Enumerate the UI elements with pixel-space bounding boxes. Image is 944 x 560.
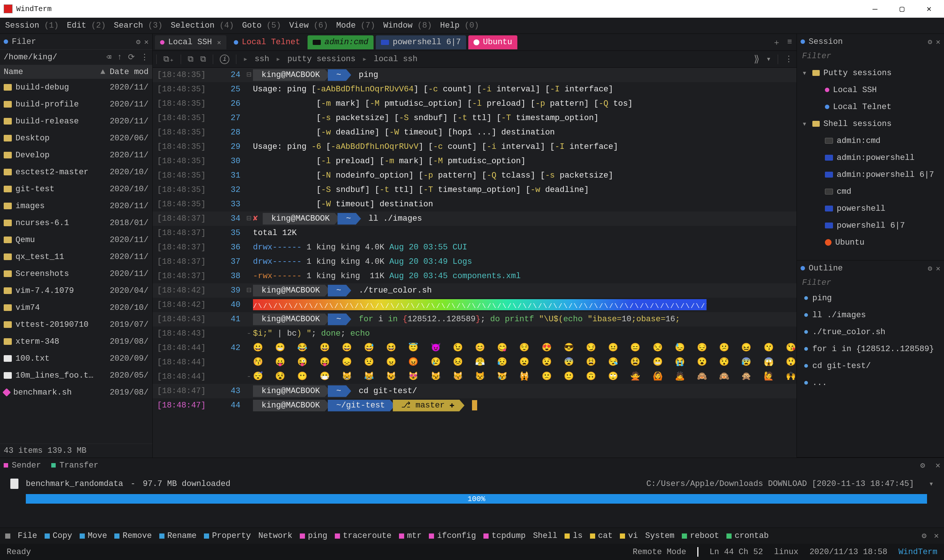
outline-item[interactable]: for i in {128512..128589} xyxy=(797,340,944,357)
tab-ubuntu[interactable]: Ubuntu xyxy=(468,35,517,49)
tabs-menu-icon[interactable]: ≡ xyxy=(787,38,792,47)
transfer-expand-icon[interactable]: ▾ xyxy=(929,479,934,489)
session-item[interactable]: Local SSH xyxy=(797,82,944,98)
filer-settings-icon[interactable]: ⚙ xyxy=(136,37,140,46)
action-cat[interactable]: cat xyxy=(590,531,613,540)
action-system[interactable]: System xyxy=(645,531,674,540)
outline-item[interactable]: ping xyxy=(797,289,944,306)
action-ifconfig[interactable]: ifconfig xyxy=(429,531,476,540)
file-row[interactable]: qx_test_112020/11/ xyxy=(0,248,152,265)
file-row[interactable]: build-profile2020/11/ xyxy=(0,96,152,113)
fold-gutter[interactable]: ⊟ xyxy=(245,283,253,298)
file-row[interactable]: benchmark.sh2019/08/ xyxy=(0,384,152,401)
terminal-view[interactable]: [18:48:35]24⊟ king@MACBOOK ~ ping[18:48:… xyxy=(153,68,796,458)
crumb-putty[interactable]: putty sessions xyxy=(287,54,355,64)
action-file[interactable]: File xyxy=(18,531,37,540)
session-item[interactable]: powershell 6|7 xyxy=(797,217,944,234)
file-row[interactable]: Screenshots2020/11/ xyxy=(0,265,152,282)
file-row[interactable]: xterm-3482019/08/ xyxy=(0,333,152,350)
info-icon[interactable]: i xyxy=(220,54,229,64)
outline-item[interactable]: cd git-test/ xyxy=(797,357,944,374)
action-ping[interactable]: ping xyxy=(300,531,327,540)
session-item[interactable]: cmd xyxy=(797,183,944,200)
file-row[interactable]: vttest-201907102019/07/ xyxy=(0,316,152,333)
session-group[interactable]: ▾Putty sessions xyxy=(797,65,944,82)
close-button[interactable]: ✕ xyxy=(927,5,932,14)
session-item[interactable]: admin:powershell 6|7 xyxy=(797,166,944,183)
tab-admin-cmd[interactable]: admin:cmd xyxy=(307,35,373,49)
action-traceroute[interactable]: traceroute xyxy=(335,531,392,540)
action-rename[interactable]: Rename xyxy=(159,531,197,540)
menu-mode[interactable]: Mode (7) xyxy=(336,21,375,30)
dup-right-icon[interactable]: ⧉₊ xyxy=(164,54,174,64)
action-copy[interactable]: Copy xyxy=(45,531,72,540)
outline-item[interactable]: ... xyxy=(797,374,944,391)
outline-item[interactable]: ll ./images xyxy=(797,306,944,323)
file-row[interactable]: 100.txt2020/09/ xyxy=(0,350,152,367)
file-row[interactable]: Qemu2020/11/ xyxy=(0,231,152,248)
col-date[interactable]: Date mod xyxy=(110,68,149,77)
file-row[interactable]: build-release2020/11/ xyxy=(0,113,152,130)
file-row[interactable]: Develop2020/11/ xyxy=(0,147,152,163)
action-crontab[interactable]: crontab xyxy=(727,531,768,540)
session-item[interactable]: Local Telnet xyxy=(797,98,944,115)
session-item[interactable]: powershell xyxy=(797,200,944,217)
file-row[interactable]: vim742020/10/ xyxy=(0,299,152,316)
menu-selection[interactable]: Selection (4) xyxy=(171,21,234,30)
menu-edit[interactable]: Edit (2) xyxy=(67,21,106,30)
action-ls[interactable]: ls xyxy=(565,531,582,540)
outline-item[interactable]: ./true_color.sh xyxy=(797,323,944,340)
filer-path[interactable]: /home/king/ xyxy=(4,53,101,62)
menu-view[interactable]: View (6) xyxy=(289,21,328,30)
refresh-icon[interactable]: ⟳ xyxy=(128,52,134,62)
menu-goto[interactable]: Goto (5) xyxy=(242,21,281,30)
col-name[interactable]: Name xyxy=(4,68,98,77)
actionbar-settings-icon[interactable]: ⚙ xyxy=(922,531,927,541)
dup-in-icon[interactable]: ⧉ xyxy=(188,54,194,64)
file-row[interactable]: esctest2-master2020/10/ xyxy=(0,163,152,180)
crumb-ssh[interactable]: ssh xyxy=(255,54,270,64)
tab-close-icon[interactable]: ✕ xyxy=(217,38,221,46)
tab-local-telnet[interactable]: Local Telnet xyxy=(228,35,305,49)
session-filter[interactable]: Filter xyxy=(797,49,944,63)
menu-session[interactable]: Session (1) xyxy=(5,21,59,30)
more-icon[interactable]: ⋮ xyxy=(140,52,149,62)
tab-sender[interactable]: Sender xyxy=(4,461,41,470)
menu-search[interactable]: Search (3) xyxy=(114,21,163,30)
file-row[interactable]: 10m_lines_foo.t…2020/05/ xyxy=(0,367,152,384)
new-tab-icon[interactable]: ＋ xyxy=(773,37,780,48)
session-close-icon[interactable]: ✕ xyxy=(936,37,940,46)
filer-close-icon[interactable]: ✕ xyxy=(144,37,149,46)
tab-powershell67[interactable]: powershell 6|7 xyxy=(376,35,466,49)
crumb-local[interactable]: local ssh xyxy=(373,54,417,64)
maximize-button[interactable]: ▢ xyxy=(899,5,904,14)
tab-local-ssh[interactable]: Local SSH✕ xyxy=(155,35,227,49)
session-settings-icon[interactable]: ⚙ xyxy=(928,37,932,46)
action-mtr[interactable]: mtr xyxy=(399,531,422,540)
outline-settings-icon[interactable]: ⚙ xyxy=(928,264,932,273)
dup-out-icon[interactable]: ⧉ xyxy=(200,54,206,64)
menu-window[interactable]: Window (8) xyxy=(383,21,432,30)
action-property[interactable]: Property xyxy=(204,531,251,540)
file-row[interactable]: ncurses-6.12018/01/ xyxy=(0,214,152,231)
bottom-settings-icon[interactable]: ⚙ xyxy=(921,460,925,471)
action-network[interactable]: Network xyxy=(259,531,292,540)
clear-path-icon[interactable]: ⌫ xyxy=(106,52,111,62)
session-item[interactable]: Ubuntu xyxy=(797,234,944,251)
file-row[interactable]: Desktop2020/06/ xyxy=(0,130,152,147)
action-remove[interactable]: Remove xyxy=(114,531,151,540)
menu-help[interactable]: Help (0) xyxy=(440,21,479,30)
action-reboot[interactable]: reboot xyxy=(682,531,719,540)
action-tcpdump[interactable]: tcpdump xyxy=(483,531,526,540)
session-item[interactable]: admin:powershell xyxy=(797,149,944,166)
action-move[interactable]: Move xyxy=(80,531,107,540)
action-vi[interactable]: vi xyxy=(620,531,637,540)
fold-gutter[interactable]: ⊟ xyxy=(245,68,253,82)
outline-filter[interactable]: Filter xyxy=(797,276,944,289)
file-row[interactable]: images2020/11/ xyxy=(0,197,152,214)
outline-close-icon[interactable]: ✕ xyxy=(936,264,940,273)
tab-transfer[interactable]: Transfer xyxy=(51,461,99,470)
file-row[interactable]: vim-7.4.10792020/04/ xyxy=(0,282,152,299)
session-item[interactable]: admin:cmd xyxy=(797,132,944,149)
fold-gutter[interactable]: ⊟ xyxy=(245,211,253,226)
